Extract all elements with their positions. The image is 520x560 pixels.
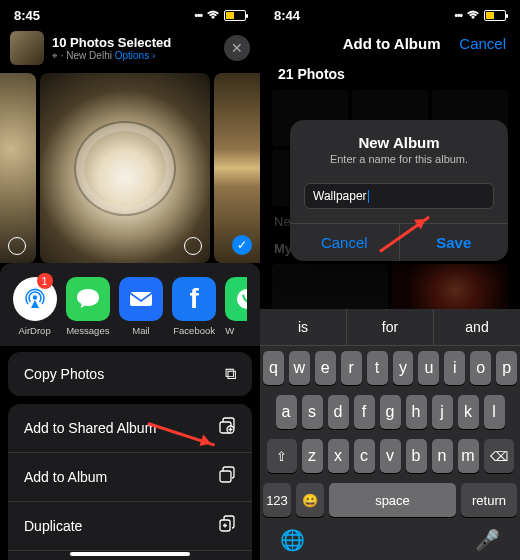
mail-icon xyxy=(119,277,163,321)
numbers-key[interactable]: 123 xyxy=(263,483,291,517)
emoji-key[interactable]: 😀 xyxy=(296,483,324,517)
key[interactable]: o xyxy=(470,351,491,385)
suggestion[interactable]: is xyxy=(260,309,347,345)
phone-left: 8:45 ••• 10 Photos Selected ⌖ · New Delh… xyxy=(0,0,260,560)
suggestion-bar: is for and xyxy=(260,309,520,346)
status-time: 8:45 xyxy=(14,8,40,23)
key[interactable]: v xyxy=(380,439,401,473)
app-messages[interactable]: Messages xyxy=(66,277,110,336)
key[interactable]: u xyxy=(418,351,439,385)
key[interactable]: g xyxy=(380,395,401,429)
actions-list: Copy Photos ⧉ xyxy=(8,352,252,396)
photo-thumb[interactable] xyxy=(0,73,36,263)
album-icon xyxy=(218,466,236,488)
key[interactable]: y xyxy=(393,351,414,385)
key[interactable]: x xyxy=(328,439,349,473)
key[interactable]: j xyxy=(432,395,453,429)
photo-strip[interactable]: ✓ xyxy=(0,73,260,263)
suggestion[interactable]: for xyxy=(347,309,434,345)
keyboard-bottom: 🌐 🎤 xyxy=(260,522,520,560)
messages-icon xyxy=(66,277,110,321)
battery-icon xyxy=(484,10,506,21)
app-facebook[interactable]: f Facebook xyxy=(172,277,216,336)
new-album-modal: New Album Enter a name for this album. W… xyxy=(290,120,508,261)
header-thumbnail xyxy=(10,31,44,65)
duplicate-icon xyxy=(218,515,236,537)
key[interactable]: n xyxy=(432,439,453,473)
annotation-arrow xyxy=(148,422,216,446)
key-row: a s d f g h j k l xyxy=(260,390,520,434)
whatsapp-icon xyxy=(225,277,247,321)
status-right: ••• xyxy=(194,10,246,22)
app-label: W xyxy=(225,325,234,336)
battery-icon xyxy=(224,10,246,21)
selected-check-icon[interactable]: ✓ xyxy=(232,235,252,255)
key[interactable]: m xyxy=(458,439,479,473)
app-whatsapp[interactable]: W xyxy=(225,277,247,336)
nav-title: Add to Album xyxy=(324,35,459,52)
copy-icon: ⧉ xyxy=(225,365,236,383)
key[interactable]: z xyxy=(302,439,323,473)
wifi-icon xyxy=(466,10,480,22)
action-add-to-album[interactable]: Add to Album xyxy=(8,453,252,502)
app-label: Messages xyxy=(66,325,109,336)
select-ring-icon[interactable] xyxy=(8,237,26,255)
key[interactable]: f xyxy=(354,395,375,429)
key[interactable]: r xyxy=(341,351,362,385)
app-airdrop[interactable]: 1 AirDrop xyxy=(13,277,57,336)
airdrop-badge: 1 xyxy=(37,273,53,289)
status-bar: 8:44 ••• xyxy=(260,0,520,25)
status-time: 8:44 xyxy=(274,8,300,23)
photos-count: 21 Photos xyxy=(260,62,520,90)
nav-bar: Add to Album Cancel xyxy=(260,25,520,62)
close-icon: ✕ xyxy=(231,40,243,56)
keyboard: is for and q w e r t y u i o p a s d f g… xyxy=(260,309,520,560)
album-name-input[interactable]: Wallpaper xyxy=(304,183,494,209)
key[interactable]: q xyxy=(263,351,284,385)
phone-right: 8:44 ••• Add to Album Cancel 21 Photos N… xyxy=(260,0,520,560)
share-title-block: 10 Photos Selected ⌖ · New Delhi Options… xyxy=(52,35,216,62)
shift-key[interactable]: ⇧ xyxy=(267,439,297,473)
status-bar: 8:45 ••• xyxy=(0,0,260,25)
cancel-button[interactable]: Cancel xyxy=(459,35,506,52)
key[interactable]: l xyxy=(484,395,505,429)
key[interactable]: k xyxy=(458,395,479,429)
key[interactable]: e xyxy=(315,351,336,385)
share-header: 10 Photos Selected ⌖ · New Delhi Options… xyxy=(0,25,260,73)
shared-album-icon xyxy=(218,417,236,439)
close-button[interactable]: ✕ xyxy=(224,35,250,61)
action-copy-photos[interactable]: Copy Photos ⧉ xyxy=(8,352,252,396)
key[interactable]: h xyxy=(406,395,427,429)
suggestion[interactable]: and xyxy=(434,309,520,345)
actions-list: Add to Shared Album Add to Album Duplica… xyxy=(8,404,252,560)
app-label: Facebook xyxy=(173,325,215,336)
home-indicator[interactable] xyxy=(70,552,190,556)
action-add-shared-album[interactable]: Add to Shared Album xyxy=(8,404,252,453)
photo-thumb[interactable]: ✓ xyxy=(214,73,260,263)
key[interactable]: d xyxy=(328,395,349,429)
space-key[interactable]: space xyxy=(329,483,456,517)
select-ring-icon[interactable] xyxy=(184,237,202,255)
facebook-icon: f xyxy=(172,277,216,321)
cellular-icon: ••• xyxy=(454,10,462,21)
modal-cancel-button[interactable]: Cancel xyxy=(290,224,399,261)
key[interactable]: c xyxy=(354,439,375,473)
key[interactable]: a xyxy=(276,395,297,429)
key[interactable]: w xyxy=(289,351,310,385)
options-link[interactable]: Options › xyxy=(115,50,156,61)
share-title: 10 Photos Selected xyxy=(52,35,216,50)
modal-save-button[interactable]: Save xyxy=(399,224,509,261)
svg-rect-1 xyxy=(130,292,152,306)
mic-icon[interactable]: 🎤 xyxy=(475,528,500,552)
globe-icon[interactable]: 🌐 xyxy=(280,528,305,552)
photo-thumb[interactable] xyxy=(40,73,210,263)
key[interactable]: t xyxy=(367,351,388,385)
key[interactable]: p xyxy=(496,351,517,385)
return-key[interactable]: return xyxy=(461,483,517,517)
backspace-key[interactable]: ⌫ xyxy=(484,439,514,473)
app-mail[interactable]: Mail xyxy=(119,277,163,336)
key[interactable]: i xyxy=(444,351,465,385)
key[interactable]: b xyxy=(406,439,427,473)
key[interactable]: s xyxy=(302,395,323,429)
action-duplicate[interactable]: Duplicate xyxy=(8,502,252,551)
